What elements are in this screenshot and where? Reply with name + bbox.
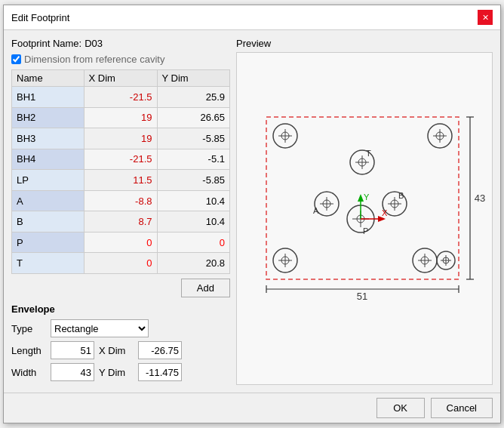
table-row[interactable]: BH1-21.525.9 <box>12 87 230 108</box>
envelope-xdim-input[interactable] <box>138 341 182 359</box>
add-button-row: Add <box>11 279 230 297</box>
row-name: B <box>12 211 85 232</box>
dialog-body: Footprint Name: D03 Dimension from refer… <box>4 30 500 393</box>
close-button[interactable]: ✕ <box>478 10 493 25</box>
envelope-ydim-input[interactable] <box>138 363 182 381</box>
right-panel: Preview 51 43 <box>236 38 493 385</box>
svg-text:43: 43 <box>475 192 485 204</box>
row-ydim: 10.4 <box>157 211 230 232</box>
row-xdim: 0 <box>84 232 157 253</box>
row-name: A <box>12 190 85 211</box>
dimension-checkbox[interactable] <box>11 54 21 64</box>
svg-text:51: 51 <box>357 291 367 302</box>
table-row[interactable]: T020.8 <box>12 253 230 274</box>
row-xdim: -8.8 <box>84 190 157 211</box>
edit-footprint-dialog: Edit Footprint ✕ Footprint Name: D03 Dim… <box>3 5 501 423</box>
row-name: BH2 <box>12 107 85 128</box>
svg-text:P: P <box>363 226 368 236</box>
left-panel: Footprint Name: D03 Dimension from refer… <box>11 38 230 385</box>
row-name: LP <box>12 170 85 191</box>
envelope-xdim-label: X Dim <box>99 345 134 356</box>
svg-text:A: A <box>313 206 319 215</box>
table-row[interactable]: BH21926.65 <box>12 107 230 128</box>
envelope-type-select[interactable]: Rectangle Circle <box>51 319 149 337</box>
data-table: Name X Dim Y Dim BH1-21.525.9BH21926.65B… <box>11 69 230 274</box>
add-button[interactable]: Add <box>181 279 230 297</box>
row-ydim: 25.9 <box>157 87 230 108</box>
row-xdim: -21.5 <box>84 87 157 108</box>
svg-rect-0 <box>266 117 459 279</box>
envelope-length-label: Length <box>11 345 46 356</box>
footprint-name-value: D03 <box>85 38 103 49</box>
row-xdim: -21.5 <box>84 149 157 170</box>
envelope-width-row: Width Y Dim <box>11 363 230 381</box>
row-ydim: -5.85 <box>157 170 230 191</box>
table-row[interactable]: LP11.5-5.85 <box>12 170 230 191</box>
svg-marker-45 <box>358 194 364 202</box>
envelope-section: Envelope Type Rectangle Circle Length X … <box>11 303 230 385</box>
row-ydim: 26.65 <box>157 107 230 128</box>
col-header-xdim: X Dim <box>84 70 157 87</box>
title-bar: Edit Footprint ✕ <box>4 5 500 30</box>
envelope-type-row: Type Rectangle Circle <box>11 319 230 337</box>
cancel-button[interactable]: Cancel <box>431 398 493 418</box>
row-name: BH4 <box>12 149 85 170</box>
envelope-type-label: Type <box>11 323 46 334</box>
dialog-title: Edit Footprint <box>11 12 69 23</box>
row-ydim: 10.4 <box>157 190 230 211</box>
dimension-checkbox-label: Dimension from reference cavity <box>24 54 164 65</box>
row-ydim: -5.85 <box>157 128 230 149</box>
row-name: P <box>12 232 85 253</box>
table-row[interactable]: BH4-21.5-5.1 <box>12 149 230 170</box>
footprint-name-label: Footprint Name: <box>11 38 81 49</box>
envelope-ydim-label: Y Dim <box>99 367 134 378</box>
row-xdim: 8.7 <box>84 211 157 232</box>
row-ydim: 20.8 <box>157 253 230 274</box>
svg-text:Y: Y <box>364 192 370 202</box>
svg-text:T: T <box>366 149 371 158</box>
table-row[interactable]: BH319-5.85 <box>12 128 230 149</box>
table-row[interactable]: B8.710.4 <box>12 211 230 232</box>
envelope-width-label: Width <box>11 367 46 378</box>
footprint-name-row: Footprint Name: D03 <box>11 38 230 49</box>
row-ydim: 0 <box>157 232 230 253</box>
row-xdim: 19 <box>84 128 157 149</box>
col-header-name: Name <box>12 70 85 87</box>
preview-svg: 51 43 <box>244 102 485 336</box>
envelope-width-input[interactable] <box>51 363 94 381</box>
envelope-length-input[interactable] <box>51 341 94 359</box>
preview-area: 51 43 <box>236 52 493 385</box>
footer-row: OK Cancel <box>4 393 500 423</box>
row-name: BH1 <box>12 87 85 108</box>
dimension-checkbox-row[interactable]: Dimension from reference cavity <box>11 54 230 65</box>
row-ydim: -5.1 <box>157 149 230 170</box>
svg-text:B: B <box>398 191 404 200</box>
row-name: T <box>12 253 85 274</box>
row-xdim: 19 <box>84 107 157 128</box>
row-xdim: 0 <box>84 253 157 274</box>
ok-button[interactable]: OK <box>376 398 425 418</box>
table-row[interactable]: A-8.810.4 <box>12 190 230 211</box>
envelope-title: Envelope <box>11 303 230 315</box>
row-name: BH3 <box>12 128 85 149</box>
envelope-length-row: Length X Dim <box>11 341 230 359</box>
table-row[interactable]: P00 <box>12 232 230 253</box>
svg-text:X: X <box>382 208 388 217</box>
preview-label: Preview <box>236 38 493 49</box>
col-header-ydim: Y Dim <box>157 70 230 87</box>
row-xdim: 11.5 <box>84 170 157 191</box>
